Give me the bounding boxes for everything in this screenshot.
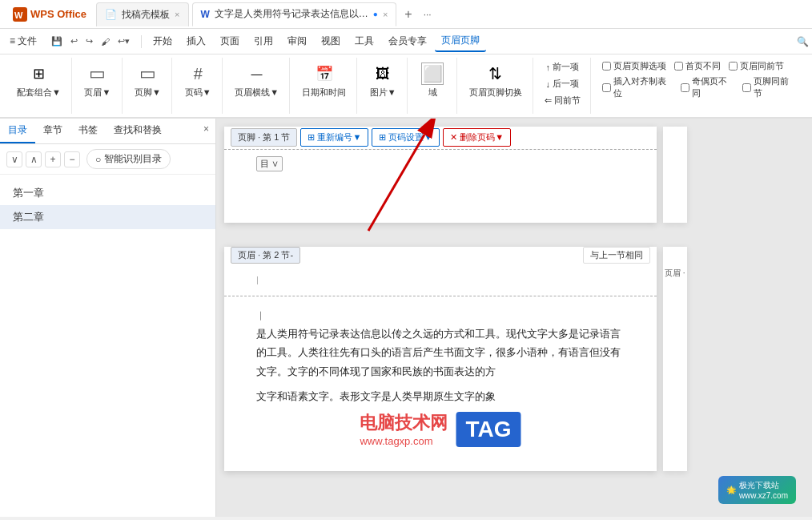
pagenum-label: 页码▼ xyxy=(185,87,211,99)
checkbox-header-same[interactable] xyxy=(729,62,738,71)
tab-document[interactable]: W 文字是人类用符号记录表达信息以… ● × xyxy=(192,2,397,26)
tab-template[interactable]: 📄 找稿壳模板 × xyxy=(96,2,188,26)
ribbon-btn-match[interactable]: ⊞ 配套组合▼ xyxy=(12,59,66,102)
ribbon-group-switch: ⇅ 页眉页脚切换 xyxy=(459,58,533,114)
smart-toc-icon: ○ xyxy=(95,154,101,165)
pagenum-icon: # xyxy=(187,62,209,85)
tab-template-close[interactable]: × xyxy=(175,10,179,19)
footer-btn-renum[interactable]: ⊞ 重新编号▼ xyxy=(300,128,368,147)
field-icon-ribbon: ⬜ xyxy=(421,62,444,85)
option-header-footer[interactable]: 页眉页脚选项 xyxy=(599,59,669,73)
checkbox-footer-same[interactable] xyxy=(742,83,751,92)
sidebar-item-chapter2[interactable]: 第二章 xyxy=(0,205,215,229)
menu-page[interactable]: 页面 xyxy=(214,31,246,51)
option-odd-even[interactable]: 奇偶页不同 xyxy=(677,75,738,100)
headerline-icon: ― xyxy=(246,62,268,85)
menu-undo-icon[interactable]: ↩ xyxy=(67,34,81,48)
ribbon-btn-prev[interactable]: ↑ 前一项 xyxy=(542,59,584,75)
sidebar-tab-findreplace[interactable]: 查找和替换 xyxy=(106,119,170,143)
menu-vip[interactable]: 会员专享 xyxy=(382,31,433,51)
menu-header-footer[interactable]: 页眉页脚 xyxy=(435,30,486,52)
ribbon-btn-field[interactable]: ⬜ 域 xyxy=(415,59,450,102)
sidebar-item-chapter1-label: 第一章 xyxy=(13,187,44,199)
ribbon-btn-headerline[interactable]: ― 页眉横线▼ xyxy=(230,59,283,102)
download-badge-text: 极光下载站 www.xz7.com xyxy=(739,480,788,500)
watermark-text: 电脑技术网 www.tagxp.com xyxy=(360,411,448,447)
ribbon-btn-footer[interactable]: ▭ 页脚▼ xyxy=(130,59,166,102)
ribbon-btn-pagenum[interactable]: # 页码▼ xyxy=(180,59,216,102)
option-odd-even-label: 奇偶页不同 xyxy=(692,75,734,99)
main-layout: 目录 章节 书签 查找和替换 × ∨ ∧ + − ○ 智能识别目录 第一章 第二… xyxy=(0,119,812,517)
sidebar-tab-bookmark[interactable]: 书签 xyxy=(70,119,106,143)
menu-save-icon[interactable]: 💾 xyxy=(48,34,66,48)
menu-view[interactable]: 视图 xyxy=(315,31,347,51)
option-first-diff-label: 首页不同 xyxy=(685,60,721,72)
ribbon-btn-next[interactable]: ↓ 后一项 xyxy=(542,76,584,91)
option-footer-same[interactable]: 页脚同前节 xyxy=(739,75,799,100)
menu-format-icon[interactable]: 🖌 xyxy=(98,35,113,48)
ribbon-btn-switch[interactable]: ⇅ 页眉页脚切换 xyxy=(464,59,527,102)
ribbon-btn-datetime[interactable]: 📅 日期和时间 xyxy=(297,59,351,102)
checkbox-odd-even[interactable] xyxy=(681,83,689,92)
ribbon-btn-header[interactable]: ▭ 页眉▼ xyxy=(79,59,115,102)
svg-text:W: W xyxy=(14,10,23,20)
header-section-label-page2: 页眉 · 第 2 节- xyxy=(231,247,300,264)
sidebar-item-chapter1[interactable]: 第一章 xyxy=(0,181,215,205)
option-first-diff[interactable]: 首页不同 xyxy=(671,59,724,73)
menu-undo-multi[interactable]: ↩▾ xyxy=(115,34,133,48)
switch-icon: ⇅ xyxy=(484,62,507,85)
page1-footer-content[interactable]: 目 ∨ xyxy=(224,149,657,181)
ribbon-group-field: ⬜ 域 xyxy=(409,58,457,114)
page2: 页眉 · 第 2 节- 与上一节相同 | ｜ 是人类用符号记录表达信息以传之久远… xyxy=(224,247,657,471)
menu-file[interactable]: ≡ 文件 xyxy=(3,31,43,51)
page2-cursor: | xyxy=(256,275,259,284)
nav-btn-remove[interactable]: − xyxy=(64,151,80,167)
menu-tools[interactable]: 工具 xyxy=(348,31,380,51)
field-label: 域 xyxy=(428,87,437,99)
nav-btn-add[interactable]: + xyxy=(45,151,61,167)
footer-btn-pageset[interactable]: ⊞ 页码设置▼ xyxy=(372,128,440,147)
tab-more-button[interactable]: ··· xyxy=(420,9,435,20)
page2-header-content[interactable]: | xyxy=(224,268,657,296)
option-footer-same-label: 页脚同前节 xyxy=(754,75,796,99)
datetime-icon: 📅 xyxy=(313,62,336,85)
menu-reference[interactable]: 引用 xyxy=(247,31,279,51)
checkbox-first-diff[interactable] xyxy=(674,62,683,71)
download-badge[interactable]: 🌟 极光下载站 www.xz7.com xyxy=(718,476,796,504)
checkbox-align-tab[interactable] xyxy=(602,83,611,92)
header-toolbar-page2: 页眉 · 第 2 节- 与上一节相同 xyxy=(224,247,657,264)
watermark-url: www.tagxp.com xyxy=(360,435,448,447)
menu-start[interactable]: 开始 xyxy=(147,31,179,51)
right-strip-header-label: 页眉 · 第 2 xyxy=(663,247,687,282)
nav-btn-up[interactable]: ∧ xyxy=(26,151,42,167)
options-row-2: 插入对齐制表位 奇偶页不同 页脚同前节 xyxy=(599,75,799,100)
tab-add-button[interactable]: + xyxy=(400,7,416,22)
menu-redo-icon[interactable]: ↪ xyxy=(82,34,96,48)
page1-right-strip xyxy=(663,127,687,223)
checkbox-header-footer[interactable] xyxy=(602,62,611,71)
tab-document-close[interactable]: × xyxy=(383,10,388,19)
watermark-area: 电脑技术网 www.tagxp.com TAG xyxy=(360,411,521,447)
menu-search-btn[interactable]: 🔍 xyxy=(797,36,809,47)
option-header-same[interactable]: 页眉同前节 xyxy=(726,59,787,73)
sidebar-tab-chapter[interactable]: 章节 xyxy=(35,119,70,143)
option-align-tab[interactable]: 插入对齐制表位 xyxy=(599,75,676,100)
next-icon: ↓ xyxy=(546,79,551,89)
smart-toc-btn[interactable]: ○ 智能识别目录 xyxy=(86,149,171,169)
ribbon-btn-same-prev[interactable]: ⇐ 同前节 xyxy=(541,93,585,108)
sidebar-close-btn[interactable]: × xyxy=(197,119,215,143)
menu-review[interactable]: 审阅 xyxy=(281,31,313,51)
footer-btn-delete[interactable]: ✕ 删除页码▼ xyxy=(443,128,511,147)
sidebar-tab-toc[interactable]: 目录 xyxy=(0,119,35,143)
renum-label: 重新编号▼ xyxy=(317,131,361,143)
footer-field-icon[interactable]: 目 ∨ xyxy=(256,156,283,171)
page2-right-strip: 页眉 · 第 2 xyxy=(663,247,687,471)
wps-logo[interactable]: W WPS Office xyxy=(6,4,93,25)
header-same-as-btn[interactable]: 与上一节相同 xyxy=(583,247,650,264)
nav-btn-down[interactable]: ∨ xyxy=(6,151,22,167)
menu-insert[interactable]: 插入 xyxy=(180,31,212,51)
ribbon-group-prevnext: ↑ 前一项 ↓ 后一项 ⇐ 同前节 xyxy=(535,58,591,114)
ribbon-btn-image[interactable]: 🖼 图片▼ xyxy=(365,59,401,102)
doc-area[interactable]: 页脚 · 第 1 节 ⊞ 重新编号▼ ⊞ 页码设置▼ ✕ 删除页码▼ xyxy=(216,119,812,517)
footer-label: 页脚▼ xyxy=(135,87,161,99)
